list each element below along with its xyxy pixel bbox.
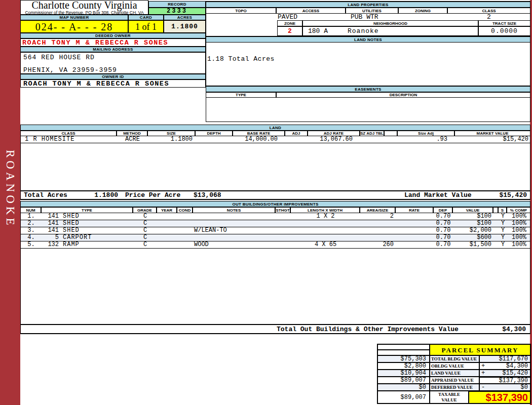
ob-row-2: 2. 141 SHED C 0.70 $100 Y 100% [20,220,530,227]
ps-prior-deferred: $0 [377,384,430,391]
ps-label-obldg: OBLDG VALUE [430,362,479,370]
ps-prior-obldg: $2,800 [377,362,430,370]
county-title: Charlotte County Virginia [21,1,148,10]
ob-type: SHED [63,220,80,227]
ob-value: $100 [453,213,491,220]
ob-row-5: 5. 132 RAMP C WOOD 4 X 65 260 0.70 $1,50… [20,241,530,249]
address-line-2: PHENIX, VA 23959-3959 [23,66,117,74]
map-number-label: MAP NUMBER [20,15,128,20]
ob-s: Y [499,241,507,248]
ob-comp: 100% [507,227,531,234]
ps-empty-cell-1 [377,344,430,350]
neighborhood-name: Roanoke [348,27,379,35]
acres-value: 1.1800 [164,20,206,33]
easement-type-header: TYPE [206,92,276,98]
land-totals-row: Total Acres 1.1800 Price Per Acre $13,06… [20,190,530,200]
ps-value-obldg-cell: + $4,300 [479,362,530,370]
ob-num: 2. [21,220,42,227]
ob-grade: C [133,234,157,241]
ob-value: $1,500 [453,241,491,248]
ps-label-taxable-cell: TAXABLE VALUE [430,391,469,403]
easements-title: EASEMENTS [206,86,530,92]
ob-dep: 0.70 [434,213,453,220]
ob-type: SHED [63,227,80,234]
land-market-value-label: Land Market Value [404,191,472,199]
ob-s: Y [499,234,507,241]
ob-total-value: $4,300 [502,325,526,333]
ob-notes: W/LEAN-TO [194,227,227,234]
tract-size-value: 0.0000 [478,26,530,36]
mailing-address-box: 564 RED HOUSE RD PHENIX, VA 23959-3959 [20,52,206,74]
land-header-spacer [384,131,397,136]
ob-grade: C [133,241,157,248]
ps-sign: + [481,370,485,376]
ob-header-cond: COND [177,207,193,213]
ps-taxable-value-cell: $137,390 [469,391,530,403]
record-value: 2333 [148,8,206,15]
ob-header-notes: NOTES [193,207,275,213]
ps-value-land-cell: + $15,420 [479,370,530,377]
ob-empty-area [20,249,530,324]
deeded-owner-label: DEEDED OWNER [20,33,206,38]
land-size-adj-value: .93 [398,136,447,143]
ps-value-deferred-cell: - $0 [479,384,530,391]
land-class-value: 1 R HOMESITE [25,136,74,143]
ob-header-year: YEAR [157,207,177,213]
address-line-1: 564 RED HOUSE RD [23,54,95,61]
ob-code: 5 [44,234,59,241]
ps-empty-cell-2 [377,350,430,355]
ob-dep: 0.70 [434,220,453,227]
ob-type: CARPORT [63,234,92,241]
ob-code: 132 [44,241,59,248]
total-acres-value: 1.1800 [83,191,118,199]
deeded-owner-value: ROACH TONY M & REBECCA R SONES [20,38,206,47]
ob-value: $600 [453,234,491,241]
price-per-acre-value: $13,068 [194,191,221,199]
neighborhood-value-cell: 180 A Roanoke [302,26,478,36]
ps-value: $15,420 [503,370,528,376]
land-adj-rate-value: 13,067.60 [308,136,353,143]
ps-value: $0 [521,384,528,390]
ob-header-spacer [493,207,498,213]
ob-dep: 0.70 [434,227,453,234]
utilities-value: PUB WTR [351,14,378,20]
ps-prior-land: $10,904 [377,370,430,377]
neighborhood-header: NEIGHBORHOOD [302,20,478,26]
ps-prior-appraised: $89,007 [377,377,430,384]
land-data-row: 1 R HOMESITE ACRE 1.1800 14,000.00 13,06… [20,136,530,143]
land-properties-values: PAVED PUB WTR 2 [206,14,530,20]
ps-label-total-bldg: TOTAL BLDG VALUE [430,355,479,362]
ps-label-appraised: APPRAISED VALUE [430,377,479,384]
mailing-address-label: MAILING ADDRESS [20,47,206,52]
ob-header-sthgt: STHGT [275,207,290,213]
land-market-value: $15,420 [455,136,528,143]
ob-type: SHED [63,213,80,220]
ps-value: $4,300 [506,363,528,369]
ob-s: Y [499,213,507,220]
access-value: PAVED [278,14,297,20]
ob-row-1: 1. 141 SHED C 1 X 2 2 0.70 $100 Y 100% [20,213,530,220]
ps-value-total-bldg-cell: $117,670 [479,355,530,362]
sidebar-district-label: ROANOKE [4,150,17,228]
ob-total-label: Total Out Buildings & Other Improvements… [277,325,459,333]
zone-value: 2 [277,26,302,36]
record-label: RECORD [148,1,206,8]
ps-label-deferred: DEFERRED VALUE [430,384,479,391]
total-acres-label: Total Acres [24,191,67,199]
ob-comp: 100% [507,220,531,227]
parcel-summary-title: PARCEL SUMMARY [430,344,530,355]
ps-label-taxable-line2: VALUE [430,397,468,403]
land-header-adj: ADJ [285,131,308,136]
ob-notes: WOOD [194,241,209,248]
ob-num: 5. [21,241,42,248]
ps-taxable-value: $137,390 [486,392,528,403]
ps-label-land: LAND VALUE [430,370,479,377]
ob-s: Y [499,220,507,227]
ob-area: 2 [360,213,394,220]
price-per-acre-label: Price Per Acre [125,191,180,199]
ob-code: 141 [44,220,59,227]
land-section-title: LAND [20,125,530,131]
land-size-value: 1.1800 [148,136,193,143]
ob-row-4: 4. 5 CARPORT C 0.70 $600 Y 100% [20,234,530,241]
land-base-rate-value: 14,000.00 [233,136,278,143]
